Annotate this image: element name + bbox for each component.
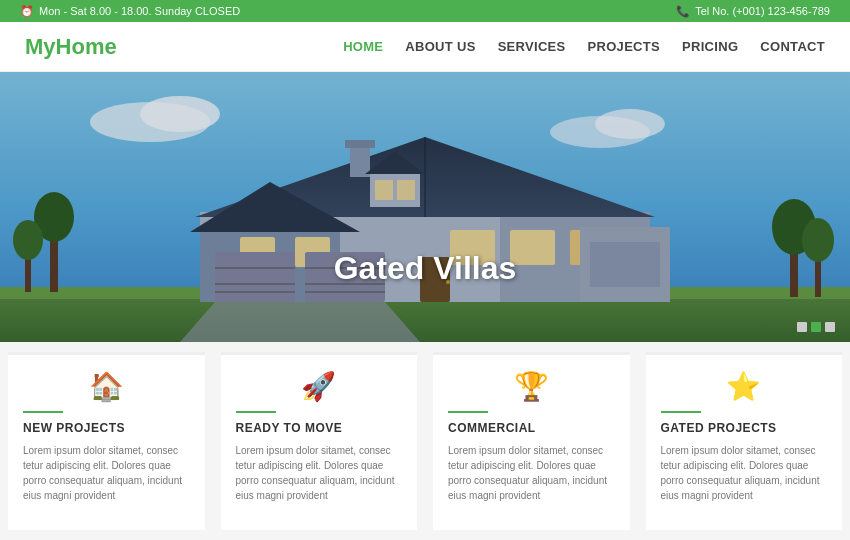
slider-dots <box>797 322 835 332</box>
nav-services[interactable]: SERVICES <box>498 39 566 54</box>
hours-text: Mon - Sat 8.00 - 18.00. Sunday CLOSED <box>39 5 240 17</box>
card-text-3: Lorem ipsum dolor sitamet, consec tetur … <box>661 443 828 503</box>
hours-item: ⏰ Mon - Sat 8.00 - 18.00. Sunday CLOSED <box>20 5 240 18</box>
phone-icon: 📞 <box>676 5 690 18</box>
card-text-2: Lorem ipsum dolor sitamet, consec tetur … <box>448 443 615 503</box>
nav-contact[interactable]: CONTACT <box>760 39 825 54</box>
phone-item: 📞 Tel No. (+001) 123-456-789 <box>676 5 830 18</box>
clock-icon: ⏰ <box>20 5 34 18</box>
nav-home[interactable]: HOME <box>343 39 383 54</box>
card-text-0: Lorem ipsum dolor sitamet, consec tetur … <box>23 443 190 503</box>
card-0: 🏠 NEW PROJECTS Lorem ipsum dolor sitamet… <box>8 352 205 530</box>
card-title-0: NEW PROJECTS <box>23 421 125 435</box>
dot-3[interactable] <box>825 322 835 332</box>
hero-image <box>0 72 850 342</box>
nav-pricing[interactable]: PRICING <box>682 39 738 54</box>
card-icon-1: 🚀 <box>236 370 403 403</box>
svg-rect-45 <box>0 72 850 342</box>
card-divider-1 <box>236 411 276 413</box>
card-divider-3 <box>661 411 701 413</box>
nav-projects[interactable]: PROJECTS <box>588 39 660 54</box>
card-3: ⭐ GATED PROJECTS Lorem ipsum dolor sitam… <box>646 352 843 530</box>
logo-part2: Home <box>56 34 117 59</box>
logo-part1: My <box>25 34 56 59</box>
card-2: 🏆 COMMERCIAL Lorem ipsum dolor sitamet, … <box>433 352 630 530</box>
card-title-1: READY TO MOVE <box>236 421 343 435</box>
dot-2[interactable] <box>811 322 821 332</box>
card-text-1: Lorem ipsum dolor sitamet, consec tetur … <box>236 443 403 503</box>
card-title-2: COMMERCIAL <box>448 421 536 435</box>
dot-1[interactable] <box>797 322 807 332</box>
hero-section: Gated Villas <box>0 72 850 342</box>
main-nav: HOME ABOUT US SERVICES PROJECTS PRICING … <box>343 39 825 54</box>
logo: MyHome <box>25 34 117 60</box>
nav-about[interactable]: ABOUT US <box>405 39 475 54</box>
card-icon-0: 🏠 <box>23 370 190 403</box>
header: MyHome HOME ABOUT US SERVICES PROJECTS P… <box>0 22 850 72</box>
card-icon-2: 🏆 <box>448 370 615 403</box>
phone-text: Tel No. (+001) 123-456-789 <box>695 5 830 17</box>
card-title-3: GATED PROJECTS <box>661 421 777 435</box>
card-1: 🚀 READY TO MOVE Lorem ipsum dolor sitame… <box>221 352 418 530</box>
hero-title: Gated Villas <box>334 250 517 287</box>
top-bar: ⏰ Mon - Sat 8.00 - 18.00. Sunday CLOSED … <box>0 0 850 22</box>
card-divider-2 <box>448 411 488 413</box>
card-divider-0 <box>23 411 63 413</box>
cards-section: 🏠 NEW PROJECTS Lorem ipsum dolor sitamet… <box>0 342 850 540</box>
card-icon-3: ⭐ <box>661 370 828 403</box>
